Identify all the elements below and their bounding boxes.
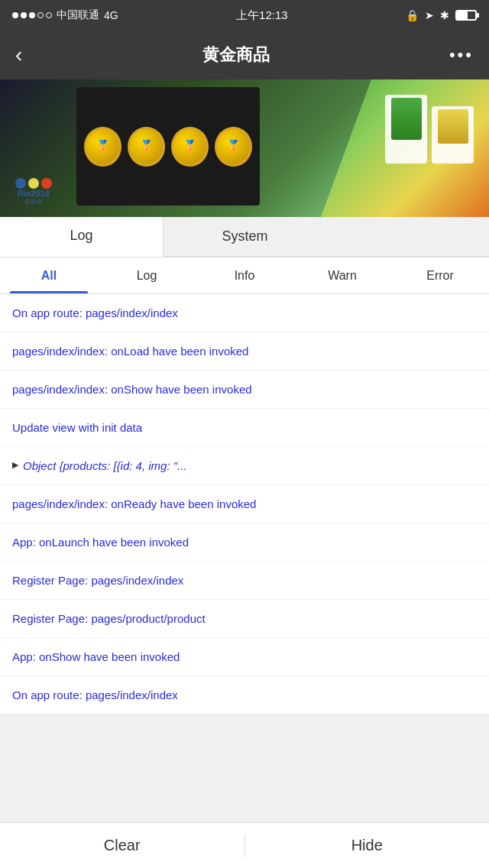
status-right: 🔒 ➤ ✱ — [406, 9, 477, 21]
box-visual-2 — [438, 109, 468, 144]
rio-circle-yellow — [28, 178, 39, 189]
signal-dot-5 — [46, 12, 52, 18]
rio-circle-red — [41, 178, 52, 189]
back-button[interactable]: ‹ — [15, 43, 22, 67]
signal-dot-4 — [37, 12, 44, 18]
outer-tab-spacer — [326, 217, 489, 257]
log-item-9[interactable]: Register Page: pages/product/product — [0, 600, 489, 638]
tab-inner-info[interactable]: Info — [196, 257, 293, 293]
signal-dots — [12, 12, 52, 18]
log-item-3[interactable]: pages/index/index: onShow have been invo… — [0, 371, 489, 409]
tab-outer-system[interactable]: System — [164, 217, 326, 257]
nav-bar: ‹ 黄金商品 ••• — [0, 31, 489, 79]
status-bar: 中国联通 4G 上午12:13 🔒 ➤ ✱ — [0, 0, 489, 31]
log-item-5[interactable]: ▶ Object {products: [{id: 4, img: "... — [0, 447, 489, 485]
box-visual-1 — [391, 98, 422, 140]
product-image-area: Rio2016 ⊙⊙⊙ 🏅 🏅 🏅 🏅 — [0, 79, 489, 217]
main-content: Log System All Log Info Warn Error On ap… — [0, 217, 489, 760]
expand-arrow-icon: ▶ — [12, 459, 18, 471]
more-button[interactable]: ••• — [449, 45, 474, 65]
status-left: 中国联通 4G — [12, 8, 118, 22]
coin-1: 🏅 — [84, 127, 121, 167]
bottom-bar: Clear Hide — [0, 822, 489, 868]
coin-2: 🏅 — [128, 127, 165, 167]
signal-dot-2 — [21, 12, 27, 18]
tab-outer-log[interactable]: Log — [0, 217, 163, 257]
coins-box: 🏅 🏅 🏅 🏅 — [76, 87, 260, 206]
box-items — [385, 95, 474, 164]
coin-4: 🏅 — [215, 127, 252, 167]
log-list: On app route: pages/index/index pages/in… — [0, 294, 489, 714]
box-item-1 — [385, 95, 427, 164]
log-item-2[interactable]: pages/index/index: onLoad have been invo… — [0, 332, 489, 371]
coin-3: 🏅 — [171, 127, 209, 167]
hide-button[interactable]: Hide — [245, 823, 490, 868]
clear-button[interactable]: Clear — [0, 823, 244, 868]
log-item-8[interactable]: Register Page: pages/index/index — [0, 562, 489, 600]
time-label: 上午12:13 — [236, 8, 288, 23]
rio-text: Rio2016 — [18, 189, 50, 198]
location-icon: ➤ — [425, 9, 434, 21]
outer-tab-bar: Log System — [0, 217, 489, 257]
bluetooth-icon: ✱ — [440, 9, 449, 21]
rio-circle-blue — [15, 178, 26, 189]
battery-icon — [455, 10, 477, 21]
network-label: 4G — [104, 9, 118, 21]
signal-dot-1 — [12, 12, 18, 18]
log-item-1[interactable]: On app route: pages/index/index — [0, 294, 489, 332]
page-title: 黄金商品 — [202, 44, 270, 66]
log-item-4[interactable]: Update view with init data — [0, 409, 489, 447]
olympic-rings-text: ⊙⊙⊙ — [24, 198, 43, 206]
inner-tab-bar: All Log Info Warn Error — [0, 257, 489, 294]
rio-circles — [15, 178, 52, 189]
product-image-placeholder: Rio2016 ⊙⊙⊙ 🏅 🏅 🏅 🏅 — [0, 79, 489, 217]
log-item-7[interactable]: App: onLaunch have been invoked — [0, 523, 489, 562]
box-item-2 — [432, 106, 474, 164]
tab-inner-all[interactable]: All — [0, 257, 98, 293]
signal-dot-3 — [29, 12, 35, 18]
log-item-11[interactable]: On app route: pages/index/index — [0, 676, 489, 714]
tab-inner-log[interactable]: Log — [98, 257, 196, 293]
log-item-10[interactable]: App: onShow have been invoked — [0, 638, 489, 676]
tab-inner-warn[interactable]: Warn — [293, 257, 391, 293]
rio-logo: Rio2016 ⊙⊙⊙ — [15, 178, 52, 206]
lock-icon: 🔒 — [406, 9, 419, 21]
log-item-6[interactable]: pages/index/index: onReady have been inv… — [0, 485, 489, 523]
tab-inner-error[interactable]: Error — [391, 257, 489, 293]
carrier-label: 中国联通 — [57, 8, 99, 22]
battery-fill — [457, 11, 468, 19]
